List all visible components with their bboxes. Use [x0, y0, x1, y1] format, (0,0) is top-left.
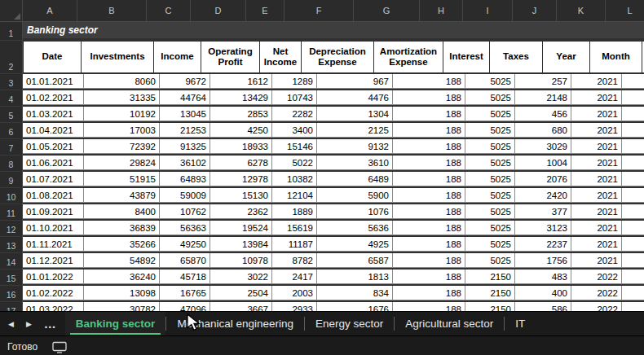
cell[interactable]: 5025 — [465, 221, 515, 235]
header-cell[interactable]: Amortization Expense — [374, 41, 443, 73]
cell[interactable]: 2417 — [272, 270, 317, 284]
cell[interactable]: 2853 — [210, 107, 272, 121]
cell[interactable]: 10382 — [272, 172, 317, 186]
cell[interactable]: 586 — [515, 302, 571, 311]
header-cell[interactable]: Interest — [443, 41, 490, 73]
cell[interactable]: 188 — [393, 270, 465, 284]
cell[interactable]: 5025 — [465, 90, 515, 105]
cell[interactable]: 188 — [393, 221, 465, 235]
cell[interactable]: 3610 — [317, 156, 393, 170]
cell[interactable]: 01.06.2021 — [23, 156, 84, 170]
cell[interactable]: 2125 — [317, 123, 393, 138]
row-header[interactable]: 9 — [0, 172, 23, 188]
cell[interactable]: 47096 — [160, 302, 210, 311]
cell[interactable]: 01.10.2021 — [23, 221, 84, 235]
cell[interactable]: 5 — [622, 139, 644, 154]
cell[interactable]: 6 — [622, 156, 644, 170]
cell[interactable]: 29824 — [84, 156, 160, 170]
prev-sheet-icon[interactable]: ◀ — [8, 320, 14, 328]
header-cell[interactable]: Net Income — [260, 41, 302, 73]
next-sheet-icon[interactable]: ▶ — [26, 320, 32, 328]
select-all-corner[interactable] — [0, 0, 23, 21]
cell[interactable]: 2150 — [465, 270, 515, 284]
cell[interactable]: 2022 — [571, 270, 622, 284]
row-header[interactable]: 13 — [0, 237, 23, 253]
cell[interactable]: 1889 — [272, 204, 317, 219]
row-header[interactable]: 8 — [0, 156, 23, 172]
cell[interactable]: 36839 — [84, 221, 160, 235]
cell[interactable]: 1304 — [317, 107, 393, 121]
cell[interactable]: 2022 — [571, 286, 622, 300]
cell[interactable]: 13984 — [210, 237, 272, 252]
cell[interactable]: 3123 — [515, 221, 571, 235]
cell[interactable]: 44764 — [160, 90, 210, 105]
cell[interactable]: 2150 — [465, 286, 515, 300]
cell[interactable]: 2021 — [571, 123, 622, 138]
cell[interactable]: 967 — [317, 74, 393, 89]
cell[interactable]: 54892 — [84, 253, 160, 268]
cell[interactable]: 6587 — [317, 253, 393, 268]
cell[interactable]: 10762 — [160, 204, 210, 219]
cell[interactable]: 01.01.2021 — [23, 74, 84, 89]
cell[interactable]: 6489 — [317, 172, 393, 186]
cell[interactable]: 36240 — [84, 270, 160, 284]
cell[interactable]: 01.04.2021 — [23, 123, 84, 138]
cell[interactable]: 5025 — [465, 107, 515, 121]
cell[interactable]: 188 — [393, 237, 465, 252]
cell[interactable]: 1 — [622, 74, 644, 89]
row-header[interactable]: 11 — [0, 204, 23, 221]
cell[interactable]: 01.05.2021 — [23, 139, 84, 154]
cell[interactable]: 56363 — [160, 221, 210, 235]
column-header[interactable]: L — [606, 0, 644, 21]
cell[interactable]: 64893 — [160, 172, 210, 186]
cell[interactable]: 8 — [622, 188, 644, 203]
cell[interactable]: 8060 — [84, 74, 160, 89]
header-cell[interactable]: Depreciation Expense — [302, 41, 374, 73]
cell[interactable]: 188 — [393, 139, 465, 154]
cell[interactable]: 2021 — [571, 204, 622, 219]
cell[interactable]: 2237 — [515, 237, 571, 252]
cell[interactable]: 2021 — [571, 156, 622, 170]
row-header[interactable]: 10 — [0, 188, 23, 204]
cell[interactable]: 18933 — [210, 139, 272, 154]
cell[interactable]: 188 — [393, 156, 465, 170]
cell[interactable]: 91325 — [160, 139, 210, 154]
cell[interactable]: 2076 — [515, 172, 571, 186]
cell[interactable]: 188 — [393, 253, 465, 268]
cell[interactable]: 1289 — [272, 74, 317, 89]
cell[interactable]: 17003 — [84, 123, 160, 138]
cell[interactable]: 3 — [622, 302, 644, 311]
cell[interactable]: 01.11.2021 — [23, 237, 84, 252]
row-header[interactable]: 6 — [0, 123, 23, 139]
cell[interactable]: 15146 — [272, 139, 317, 154]
column-header[interactable]: E — [246, 0, 285, 21]
row-header[interactable]: 7 — [0, 139, 23, 156]
cell[interactable]: 2003 — [272, 286, 317, 300]
cell[interactable]: 2021 — [571, 253, 622, 268]
column-header[interactable]: K — [557, 0, 606, 21]
row-header[interactable]: 2 — [0, 41, 23, 74]
header-cell[interactable]: Year — [543, 41, 590, 73]
cell[interactable]: 51915 — [84, 172, 160, 186]
cell[interactable]: 9672 — [160, 74, 210, 89]
monitor-icon[interactable] — [52, 341, 67, 353]
cell[interactable]: 01.08.2021 — [23, 188, 84, 203]
cell[interactable]: 4476 — [317, 90, 393, 105]
cell[interactable]: 188 — [393, 286, 465, 300]
title-cell[interactable]: Banking sector — [23, 22, 644, 38]
cell[interactable]: 2282 — [272, 107, 317, 121]
cell[interactable]: 2362 — [210, 204, 272, 219]
row-header[interactable]: 4 — [0, 90, 23, 107]
cell[interactable]: 2 — [622, 90, 644, 105]
cell[interactable]: 257 — [515, 74, 571, 89]
cell[interactable]: 5025 — [465, 123, 515, 138]
column-header[interactable]: D — [191, 0, 246, 21]
cell[interactable]: 5022 — [272, 156, 317, 170]
cell[interactable]: 35266 — [84, 237, 160, 252]
cell[interactable]: 1676 — [317, 302, 393, 311]
column-header[interactable]: J — [513, 0, 557, 21]
cell[interactable]: 2 — [622, 286, 644, 300]
header-cell[interactable]: Taxes — [490, 41, 543, 73]
cell[interactable]: 8782 — [272, 253, 317, 268]
cell[interactable]: 2933 — [272, 302, 317, 311]
